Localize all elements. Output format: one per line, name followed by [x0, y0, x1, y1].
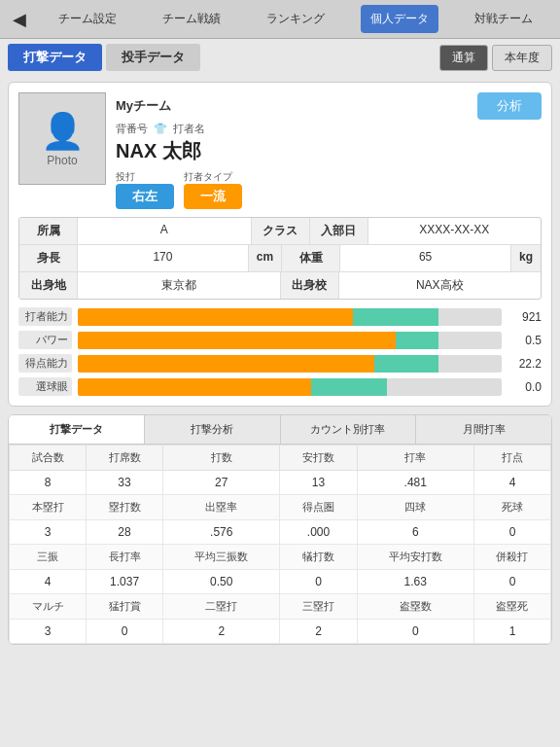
bottom-tab-batting[interactable]: 打撃データ: [9, 415, 145, 444]
affiliation-label: 所属: [19, 218, 78, 244]
sub-tab-pitching[interactable]: 投手データ: [106, 44, 200, 71]
bottom-tab-count[interactable]: カウント別打率: [281, 415, 417, 444]
td-gidp: 0: [473, 570, 550, 594]
th-3b: 三塁打: [280, 594, 357, 620]
table-header-row-3: 三振 長打率 平均三振数 犠打数 平均安打数 併殺打: [10, 545, 551, 570]
td-multi: 3: [10, 620, 87, 644]
stat-bar-power: [78, 332, 502, 349]
type-label: 打者タイプ: [184, 170, 232, 184]
td-2b: 2: [163, 620, 280, 644]
info-row-3: 出身地 東京都 出身校 NAX高校: [19, 272, 541, 299]
nav-tab-opponent[interactable]: 対戦チーム: [465, 5, 542, 33]
stat-value-scoring: 22.2: [508, 357, 542, 371]
back-button[interactable]: ◀: [4, 4, 35, 35]
nav-tab-team-settings[interactable]: チーム設定: [49, 5, 126, 33]
jersey-number-label: 背番号: [116, 122, 148, 136]
stat-label-eye: 選球眼: [18, 377, 72, 396]
birthplace-value: 東京都: [78, 272, 281, 299]
td-ab: 27: [163, 471, 280, 495]
top-nav: ◀ チーム設定 チーム戦績 ランキング 個人データ 対戦チーム: [0, 0, 560, 39]
table-row: 8 33 27 13 .481 4: [10, 471, 551, 495]
stat-label-scoring: 得点能力: [18, 354, 72, 373]
stat-row-scoring: 得点能力 22.2: [18, 354, 542, 373]
player-name-label: 打者名: [173, 122, 205, 136]
team-name: Myチーム: [116, 97, 171, 115]
th-games: 試合数: [10, 445, 87, 471]
school-label: 出身校: [281, 272, 339, 299]
player-info-grid: 所属 A クラス 入部日 XXXX-XX-XX 身長 170 cm 体重 65 …: [18, 217, 542, 300]
info-row-2: 身長 170 cm 体重 65 kg: [19, 245, 541, 272]
batting-stats-table: 試合数 打席数 打数 安打数 打率 打点 8 33 27 13 .481 4: [9, 445, 551, 644]
th-hbp: 死球: [473, 495, 550, 520]
th-risp: 得点圏: [280, 495, 357, 520]
nav-tab-personal[interactable]: 個人データ: [361, 5, 438, 33]
attr-row: 投打 右左 打者タイプ 一流: [116, 170, 542, 209]
th-multi: マルチ: [10, 594, 87, 620]
type-value[interactable]: 一流: [184, 184, 242, 209]
player-card: 👤 Photo Myチーム 分析 背番号 👕 打者名 NAX 太郎 投打: [8, 82, 552, 407]
th-rbi: 打点: [473, 445, 550, 471]
td-avg: .481: [357, 471, 473, 495]
nav-tab-ranking[interactable]: ランキング: [257, 5, 334, 33]
card-header: 👤 Photo Myチーム 分析 背番号 👕 打者名 NAX 太郎 投打: [18, 92, 542, 209]
batting-label: 投打: [116, 170, 135, 184]
th-avg-hit: 平均安打数: [357, 545, 473, 570]
school-value: NAX高校: [339, 272, 542, 299]
bottom-tab-monthly[interactable]: 月間打率: [416, 415, 551, 444]
th-gidp: 併殺打: [473, 545, 550, 570]
height-label: 身長: [19, 245, 78, 271]
table-header-row-2: 本塁打 塁打数 出塁率 得点圏 四球 死球: [10, 495, 551, 520]
th-so: 三振: [10, 545, 87, 570]
player-info: Myチーム 分析 背番号 👕 打者名 NAX 太郎 投打 右左 打者タイプ: [116, 92, 542, 209]
period-tabs: 通算 本年度: [439, 45, 552, 71]
stat-row-eye: 選球眼 0.0: [18, 377, 542, 396]
player-photo: 👤 Photo: [18, 92, 106, 185]
info-row-1: 所属 A クラス 入部日 XXXX-XX-XX: [19, 218, 541, 245]
th-sac: 犠打数: [280, 545, 357, 570]
stat-bar-batting-power: [78, 308, 502, 326]
th-sb: 盗塁数: [357, 594, 473, 620]
td-hits: 13: [280, 471, 357, 495]
sub-tab-batting[interactable]: 打撃データ: [8, 44, 102, 71]
th-tb: 塁打数: [87, 495, 163, 520]
weight-value: 65: [340, 245, 511, 271]
td-rbi: 4: [473, 471, 550, 495]
main-nav-tabs: チーム設定 チーム戦績 ランキング 個人データ 対戦チーム: [35, 5, 556, 33]
jersey-row: 背番号 👕 打者名: [116, 122, 542, 136]
th-avg-so: 平均三振数: [163, 545, 280, 570]
bottom-tab-analysis[interactable]: 打撃分析: [145, 415, 281, 444]
table-header-row-1: 試合数 打席数 打数 安打数 打率 打点: [10, 445, 551, 471]
th-cs: 盗塁死: [473, 594, 550, 620]
player-name: NAX 太郎: [116, 138, 542, 164]
period-tab-season[interactable]: 本年度: [492, 45, 552, 71]
td-hr: 3: [10, 520, 87, 545]
th-2b: 二塁打: [163, 594, 280, 620]
td-tb: 28: [87, 520, 163, 545]
period-tab-career[interactable]: 通算: [439, 45, 488, 71]
td-3hit: 0: [87, 620, 163, 644]
td-risp: .000: [280, 520, 357, 545]
height-value: 170: [78, 245, 249, 271]
analyze-button[interactable]: 分析: [477, 92, 542, 120]
th-slg: 長打率: [87, 545, 163, 570]
join-date-label: 入部日: [310, 218, 368, 244]
td-bb: 6: [357, 520, 473, 545]
td-sac: 0: [280, 570, 357, 594]
bottom-section: 打撃データ 打撃分析 カウント別打率 月間打率 試合数 打席数 打数 安打数 打…: [8, 414, 552, 645]
nav-tab-team-record[interactable]: チーム戦績: [153, 5, 230, 33]
td-sb: 0: [357, 620, 473, 644]
stat-value-eye: 0.0: [508, 380, 542, 394]
stat-label-batting-power: 打者能力: [18, 307, 72, 326]
height-unit: cm: [249, 245, 282, 271]
class-label: クラス: [252, 218, 310, 244]
stat-row-power: パワー 0.5: [18, 331, 542, 349]
table-row: 4 1.037 0.50 0 1.63 0: [10, 570, 551, 594]
batting-value[interactable]: 右左: [116, 184, 174, 209]
th-3hit: 猛打賞: [87, 594, 163, 620]
stats-bars: 打者能力 921 パワー 0.5 得点能力: [18, 307, 542, 396]
th-obp: 出塁率: [163, 495, 280, 520]
td-obp: .576: [163, 520, 280, 545]
person-icon: 👤: [41, 111, 85, 152]
stat-label-power: パワー: [18, 331, 72, 349]
td-so: 4: [10, 570, 87, 594]
